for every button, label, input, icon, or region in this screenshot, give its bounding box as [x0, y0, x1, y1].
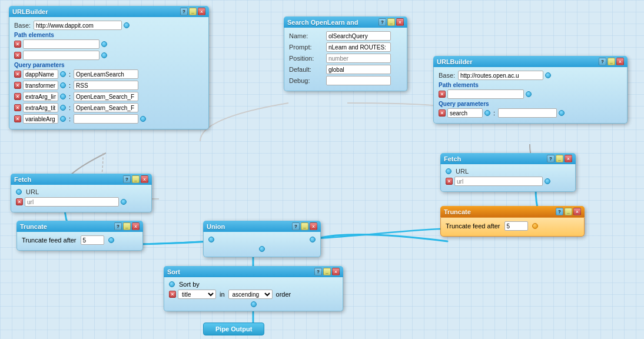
truncate1-out-connector[interactable]: [108, 237, 114, 243]
urlbuilder1-param-remove4[interactable]: ×: [14, 104, 21, 111]
urlbuilder2-path-connector1[interactable]: [526, 91, 532, 97]
fetch2-url-in-connector[interactable]: [446, 168, 452, 174]
urlbuilder1-param-remove5[interactable]: ×: [14, 115, 21, 122]
truncate2-close-btn[interactable]: x: [573, 208, 581, 215]
urlbuilder1-base-connector[interactable]: [124, 22, 130, 28]
truncate1-value-input[interactable]: [81, 235, 104, 245]
urlbuilder2-base-input[interactable]: [458, 71, 543, 80]
truncate2-out-connector[interactable]: [532, 223, 538, 229]
sort-field-select[interactable]: title: [178, 290, 216, 299]
urlbuilder1-path-connector2[interactable]: [101, 52, 107, 58]
urlbuilder1-base-input[interactable]: [34, 21, 122, 30]
search-position-input[interactable]: [326, 54, 391, 63]
urlbuilder1-param-remove3[interactable]: ×: [14, 93, 21, 100]
truncate2-value-input[interactable]: [504, 221, 528, 231]
urlbuilder1-param-out5[interactable]: [140, 116, 146, 122]
urlbuilder1-param-conn2[interactable]: [60, 82, 66, 88]
truncate2-min-btn[interactable]: _: [565, 208, 572, 215]
urlbuilder1-param-conn3[interactable]: [60, 94, 66, 99]
urlbuilder1-param-key2[interactable]: [23, 81, 58, 90]
urlbuilder1-path-remove1[interactable]: ×: [14, 41, 21, 48]
urlbuilder2-close-btn[interactable]: x: [616, 58, 624, 65]
truncate1-help-btn[interactable]: ?: [114, 222, 122, 230]
truncate2-title: Truncate: [444, 208, 471, 215]
urlbuilder2-param-key1[interactable]: [447, 108, 483, 118]
sort-order-select[interactable]: ascending descending: [228, 290, 273, 299]
urlbuilder1-param-val1[interactable]: [74, 69, 138, 79]
urlbuilder1-param-val5[interactable]: [74, 114, 138, 124]
urlbuilder1-param-key4[interactable]: [23, 103, 58, 112]
urlbuilder1-param-val3[interactable]: [74, 92, 138, 101]
sort-close-btn[interactable]: x: [332, 268, 340, 275]
union-help-btn[interactable]: ?: [292, 222, 300, 230]
fetch1-min-btn[interactable]: _: [132, 175, 140, 183]
sort-help-btn[interactable]: ?: [314, 268, 322, 275]
search-min-btn[interactable]: _: [387, 18, 395, 26]
fetch1-url-input[interactable]: [25, 197, 119, 207]
union-min-btn[interactable]: _: [301, 222, 308, 230]
fetch1-help-btn[interactable]: ?: [123, 175, 131, 183]
urlbuilder1-path-input2[interactable]: [23, 51, 99, 60]
union-close-btn[interactable]: x: [310, 222, 317, 230]
sort-controls: ? _ x: [314, 268, 340, 275]
urlbuilder1-param-conn4[interactable]: [60, 105, 66, 111]
union-in-connector-left[interactable]: [208, 237, 214, 242]
search-default-row: Default:: [289, 65, 402, 74]
pipe-output-button[interactable]: Pipe Output: [203, 323, 264, 335]
urlbuilder1-param-key3[interactable]: [23, 92, 58, 101]
urlbuilder1-param-val2[interactable]: [74, 81, 138, 90]
urlbuilder2-path-remove1[interactable]: ×: [439, 91, 446, 98]
search-name-input[interactable]: [326, 31, 391, 41]
fetch2-url-out-connector[interactable]: [545, 178, 550, 184]
truncate1-window: Truncate ? _ x Truncate feed after: [16, 221, 143, 251]
urlbuilder2-base-row: Base:: [439, 71, 622, 80]
urlbuilder1-help-btn[interactable]: ?: [180, 8, 188, 15]
fetch2-url-input[interactable]: [454, 177, 543, 186]
search-default-input[interactable]: [326, 65, 391, 74]
urlbuilder1-path-remove2[interactable]: ×: [14, 52, 21, 59]
union-in-connector-right[interactable]: [310, 237, 316, 242]
search-debug-input[interactable]: [326, 76, 391, 85]
urlbuilder2-param-remove1[interactable]: ×: [439, 109, 446, 117]
urlbuilder2-path-input1[interactable]: [447, 89, 524, 99]
fetch1-url-out-connector[interactable]: [121, 199, 127, 205]
search-close-btn[interactable]: x: [396, 18, 404, 26]
urlbuilder2-help-btn[interactable]: ?: [599, 58, 606, 65]
fetch1-close-btn[interactable]: x: [141, 175, 148, 183]
urlbuilder1-param-conn5[interactable]: [60, 116, 66, 122]
urlbuilder2-min-btn[interactable]: _: [608, 58, 615, 65]
urlbuilder2-param-conn1[interactable]: [484, 110, 490, 116]
urlbuilder1-close-btn[interactable]: x: [198, 8, 205, 15]
fetch2-help-btn[interactable]: ?: [547, 155, 555, 162]
truncate1-close-btn[interactable]: x: [132, 222, 140, 230]
search-default-label: Default:: [289, 66, 324, 73]
sort-min-btn[interactable]: _: [323, 268, 331, 275]
urlbuilder1-min-btn[interactable]: _: [189, 8, 197, 15]
truncate1-min-btn[interactable]: _: [123, 222, 131, 230]
urlbuilder1-param-remove1[interactable]: ×: [14, 71, 21, 78]
search-help-btn[interactable]: ?: [379, 18, 386, 26]
urlbuilder1-param-conn1[interactable]: [60, 71, 66, 77]
urlbuilder1-param-key1[interactable]: [23, 69, 58, 79]
urlbuilder1-path-input1[interactable]: [23, 39, 99, 49]
sort-in-connector[interactable]: [169, 281, 175, 287]
urlbuilder2-param-out1[interactable]: [559, 110, 565, 116]
truncate2-help-btn[interactable]: ?: [556, 208, 563, 215]
fetch2-min-btn[interactable]: _: [556, 155, 563, 162]
urlbuilder1-param-key5[interactable]: [23, 114, 58, 124]
urlbuilder1-param-remove2[interactable]: ×: [14, 82, 21, 89]
fetch1-url-in-connector[interactable]: [16, 189, 22, 195]
sort-titlebar: Sort ? _ x: [164, 266, 343, 277]
urlbuilder1-path-connector1[interactable]: [101, 41, 107, 47]
fetch1-remove-btn[interactable]: ×: [16, 198, 23, 205]
urlbuilder1-param-val4[interactable]: [74, 103, 138, 112]
sort-out-connector[interactable]: [251, 301, 257, 307]
sort-sortby-label: Sort by: [179, 281, 200, 288]
urlbuilder2-param-val1[interactable]: [498, 108, 557, 118]
sort-remove-btn[interactable]: ×: [169, 291, 176, 298]
fetch2-close-btn[interactable]: x: [565, 155, 572, 162]
urlbuilder2-base-connector[interactable]: [545, 72, 551, 78]
fetch2-remove-btn[interactable]: ×: [446, 178, 453, 185]
union-out-connector[interactable]: [259, 246, 265, 252]
search-prompt-input[interactable]: [326, 42, 391, 52]
